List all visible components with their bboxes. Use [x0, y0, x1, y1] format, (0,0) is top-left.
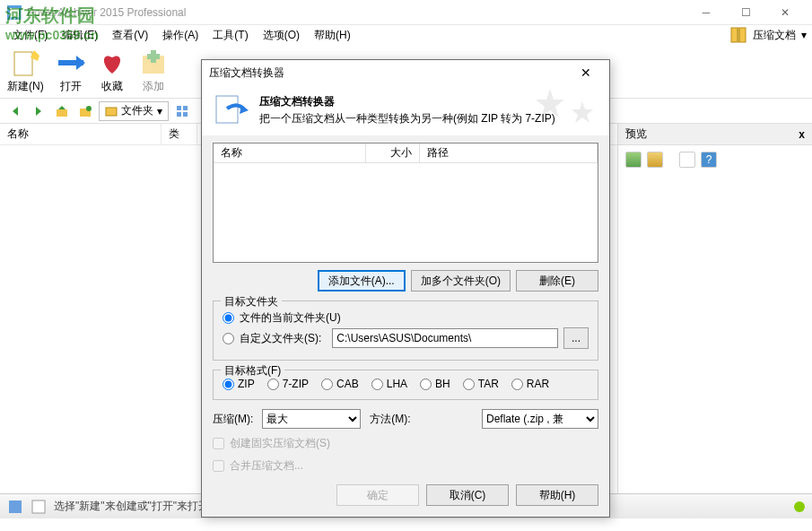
method-select[interactable]: Deflate (.zip , 兼: [482, 409, 598, 429]
favorite-button[interactable]: 收藏: [98, 48, 127, 94]
nav-forward-button[interactable]: [29, 101, 48, 121]
radio-zip[interactable]: [223, 379, 234, 390]
target-folder-group: 目标文件夹 文件的当前文件夹(U) 自定义文件夹(S): ...: [213, 300, 598, 361]
nav-up-button[interactable]: [52, 101, 72, 121]
svg-rect-16: [106, 108, 117, 116]
dialog-header-title: 压缩文档转换器: [259, 95, 335, 108]
dialog-header-desc: 把一个压缩文档从一种类型转换为另一种(例如 ZIP 转为 7-ZIP): [259, 111, 555, 126]
solid-archive-checkbox-row: 创建固实压缩文档(S): [213, 436, 598, 451]
nav-back-button[interactable]: [5, 101, 25, 121]
view-grid-button[interactable]: [172, 101, 192, 121]
svg-rect-19: [177, 112, 181, 117]
cancel-button[interactable]: 取消(C): [426, 484, 509, 506]
preview-grid-icon[interactable]: [679, 152, 695, 168]
preview-pane: 预览 x ?: [618, 124, 812, 493]
menu-action[interactable]: 操作(A): [155, 26, 205, 45]
status-icon-2[interactable]: [31, 499, 47, 515]
method-label: 方法(M):: [370, 412, 410, 427]
chevron-down-icon: ▾: [801, 29, 807, 41]
svg-rect-20: [183, 112, 188, 117]
col-path[interactable]: 路径: [420, 144, 598, 162]
add-files-button[interactable]: 添加文件(A)...: [318, 270, 406, 292]
menu-tools[interactable]: 工具(T): [205, 26, 255, 45]
decoration-icon: [532, 85, 604, 135]
target-folder-legend: 目标文件夹: [221, 294, 282, 309]
menu-bar: 文件(F) 编辑(E) 查看(V) 操作(A) 工具(T) 选项(O) 帮助(H…: [0, 25, 812, 45]
radio-7zip[interactable]: [267, 379, 279, 390]
add-folders-button[interactable]: 加多个文件夹(O): [411, 270, 511, 292]
convert-archive-dialog: 压缩文档转换器 ✕ 压缩文档转换器 把一个压缩文档从一种类型转换为另一种(例如 …: [201, 59, 610, 518]
maximize-button[interactable]: ☐: [726, 0, 765, 25]
menu-file[interactable]: 文件(F): [5, 26, 55, 45]
radio-tar[interactable]: [463, 379, 475, 390]
radio-cab[interactable]: [321, 379, 333, 390]
preview-title-label: 预览: [625, 126, 799, 142]
solid-archive-label: 创建固实压缩文档(S): [230, 436, 330, 451]
delete-button[interactable]: 删除(E): [516, 270, 598, 292]
menu-options[interactable]: 选项(O): [256, 26, 307, 45]
minimize-button[interactable]: ─: [686, 0, 726, 25]
target-format-group: 目标格式(F) ZIP 7-ZIP CAB LHA BH TAR RAR: [213, 370, 598, 400]
preview-close-button[interactable]: x: [799, 128, 805, 141]
radio-current-label: 文件的当前文件夹(U): [240, 310, 341, 326]
close-button[interactable]: ✕: [765, 0, 805, 25]
svg-marker-26: [572, 101, 593, 123]
preview-help-icon[interactable]: ?: [701, 152, 717, 168]
merge-archive-label: 合并压缩文档...: [230, 458, 303, 474]
menu-edit[interactable]: 编辑(E): [55, 26, 105, 45]
col-size[interactable]: 大小: [366, 144, 420, 162]
svg-rect-1: [10, 8, 19, 17]
favorite-label: 收藏: [101, 79, 123, 94]
merge-archive-checkbox: [213, 460, 224, 472]
custom-path-input[interactable]: [332, 328, 558, 348]
svg-marker-13: [58, 106, 65, 109]
radio-bh[interactable]: [420, 379, 432, 390]
svg-marker-11: [36, 107, 41, 116]
add-button[interactable]: 添加: [139, 48, 168, 94]
archive-label: 压缩文档: [753, 28, 796, 43]
radio-custom-folder[interactable]: [223, 333, 234, 344]
radio-rar[interactable]: [511, 379, 523, 390]
folders-label: 文件夹: [121, 103, 153, 118]
menu-view[interactable]: 查看(V): [105, 26, 155, 45]
open-button[interactable]: 打开: [57, 48, 85, 94]
compression-select[interactable]: 最大: [262, 409, 361, 429]
archive-dropdown[interactable]: 压缩文档 ▾: [729, 26, 807, 44]
dialog-title: 压缩文档转换器: [209, 65, 570, 81]
svg-rect-9: [147, 54, 160, 59]
heart-icon: [98, 48, 127, 77]
app-icon: [7, 5, 22, 20]
radio-current-folder[interactable]: [223, 312, 234, 324]
window-title: PowerArchiver 2015 Professional: [27, 6, 686, 19]
new-button[interactable]: 新建(N): [7, 48, 44, 94]
preview-image-icon[interactable]: [625, 152, 642, 168]
help-button[interactable]: 帮助(H): [516, 484, 598, 506]
preview-header: 预览 x: [618, 124, 812, 145]
svg-rect-12: [57, 109, 67, 117]
ok-button[interactable]: 确定: [336, 484, 419, 506]
dialog-list-header: 名称 大小 路径: [214, 144, 598, 163]
compression-label: 压缩(M):: [213, 412, 253, 427]
nav-root-button[interactable]: [75, 101, 95, 121]
dialog-titlebar: 压缩文档转换器 ✕: [202, 60, 609, 85]
radio-custom-label: 自定义文件夹(S):: [240, 331, 321, 346]
dialog-close-button[interactable]: ✕: [570, 62, 602, 83]
preview-photo-icon[interactable]: [647, 152, 663, 168]
svg-marker-25: [536, 89, 564, 118]
col-type[interactable]: 类: [162, 124, 197, 144]
browse-button[interactable]: ...: [563, 327, 589, 349]
radio-lha[interactable]: [371, 379, 383, 390]
folders-dropdown[interactable]: 文件夹 ▾: [99, 101, 169, 121]
preview-toolbar: ?: [618, 145, 812, 174]
new-label: 新建(N): [7, 79, 44, 94]
dialog-header: 压缩文档转换器 把一个压缩文档从一种类型转换为另一种(例如 ZIP 转为 7-Z…: [202, 85, 609, 135]
col-name[interactable]: 名称: [214, 144, 366, 162]
svg-rect-3: [737, 28, 740, 42]
status-icon-1[interactable]: [7, 499, 23, 515]
menu-help[interactable]: 帮助(H): [307, 26, 358, 45]
open-icon: [57, 48, 85, 77]
dialog-file-list[interactable]: 名称 大小 路径: [213, 143, 598, 263]
col-name[interactable]: 名称: [0, 124, 162, 144]
svg-rect-21: [9, 501, 22, 513]
solid-archive-checkbox: [213, 438, 224, 449]
